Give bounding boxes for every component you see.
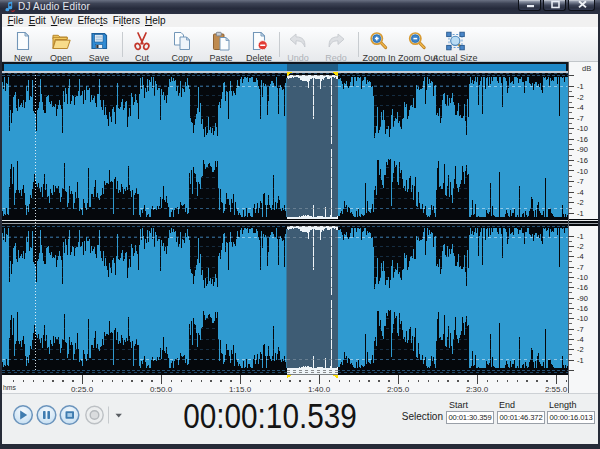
svg-text:hms: hms — [3, 384, 16, 391]
svg-text:-16: -16 — [577, 156, 588, 165]
svg-text:-16: -16 — [577, 283, 588, 292]
svg-text:0:25.0: 0:25.0 — [71, 385, 94, 394]
svg-text:2:05.0: 2:05.0 — [387, 385, 410, 394]
svg-text:-10: -10 — [577, 167, 588, 176]
svg-text:-2: -2 — [577, 345, 584, 354]
svg-text:-4: -4 — [577, 103, 584, 112]
svg-text:-90: -90 — [577, 294, 588, 303]
svg-text:-4: -4 — [577, 188, 584, 197]
svg-text:-7: -7 — [577, 325, 584, 334]
svg-text:-2: -2 — [577, 242, 584, 251]
svg-text:-7: -7 — [577, 177, 584, 186]
svg-text:1:15.0: 1:15.0 — [229, 385, 252, 394]
svg-text:-1: -1 — [577, 82, 584, 91]
svg-text:-10: -10 — [577, 273, 588, 282]
svg-text:2:55.0: 2:55.0 — [545, 385, 568, 394]
svg-text:-7: -7 — [577, 263, 584, 272]
svg-text:dB: dB — [582, 64, 591, 73]
svg-text:0:50.0: 0:50.0 — [150, 385, 173, 394]
svg-text:1:40.0: 1:40.0 — [308, 385, 331, 394]
svg-text:-10: -10 — [577, 314, 588, 323]
svg-text:-10: -10 — [577, 124, 588, 133]
svg-text:-90: -90 — [577, 145, 588, 154]
svg-text:-1: -1 — [577, 232, 584, 241]
svg-text:-4: -4 — [577, 335, 584, 344]
svg-text:-4: -4 — [577, 252, 584, 261]
svg-text:-1: -1 — [577, 356, 584, 365]
svg-text:-1: -1 — [577, 209, 584, 218]
svg-text:-2: -2 — [577, 93, 584, 102]
svg-text:-2: -2 — [577, 198, 584, 207]
svg-text:2:30.0: 2:30.0 — [466, 385, 489, 394]
svg-text:-16: -16 — [577, 135, 588, 144]
svg-text:-16: -16 — [577, 304, 588, 313]
svg-text:-7: -7 — [577, 114, 584, 123]
